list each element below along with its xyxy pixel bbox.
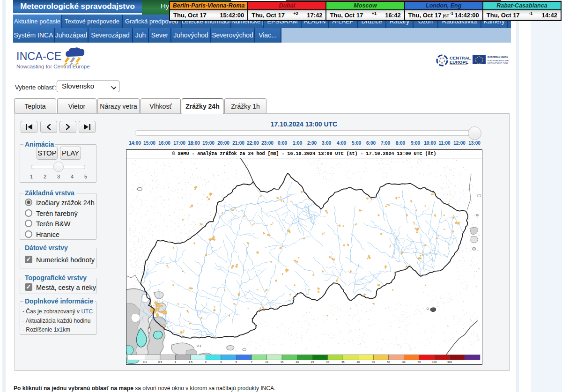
svg-text:300: 300: [447, 361, 452, 363]
svg-text:EUROPE: EUROPE: [450, 59, 468, 65]
svg-text:15: 15: [281, 361, 284, 363]
svg-text:25: 25: [311, 361, 314, 363]
svg-text:40: 40: [356, 361, 360, 363]
svg-text:EUROPEAN UNION: EUROPEAN UNION: [488, 56, 509, 59]
svg-text:45: 45: [372, 361, 375, 363]
svg-text:10: 10: [265, 361, 268, 363]
svg-text:0.5: 0.5: [158, 361, 163, 363]
svg-text:100: 100: [432, 361, 437, 363]
svg-text:1.5: 1.5: [189, 361, 193, 363]
svg-text:DEVELOPMENT FUND: DEVELOPMENT FUND: [488, 62, 508, 64]
svg-text:60: 60: [402, 361, 406, 363]
svg-text:EUROPEAN REGIONAL: EUROPEAN REGIONAL: [488, 59, 509, 62]
svg-text:0.1: 0.1: [197, 344, 201, 348]
svg-text:20: 20: [296, 361, 299, 363]
svg-text:0.1: 0.1: [143, 361, 147, 363]
svg-text:35: 35: [341, 361, 345, 363]
svg-text:50: 50: [387, 361, 391, 363]
svg-text:30: 30: [326, 361, 329, 363]
svg-text:70: 70: [418, 361, 421, 363]
